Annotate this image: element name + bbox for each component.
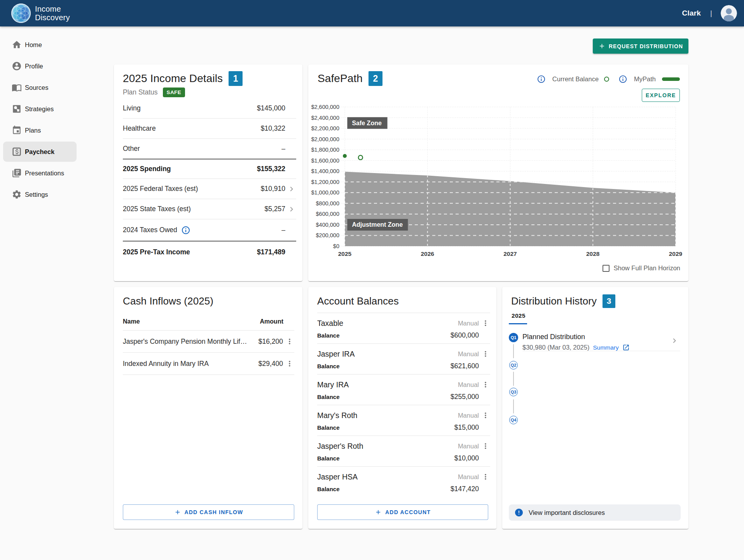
quarter-q4-badge: Q4	[509, 416, 518, 424]
summary-link[interactable]: Summary	[593, 344, 618, 351]
svg-text:$0: $0	[333, 243, 339, 249]
sidebar-item-settings[interactable]: Settings	[3, 184, 77, 205]
sidebar-item-paycheck[interactable]: Paycheck	[3, 142, 77, 162]
income-table: Living $145,000 Healthcare $10,322 Other…	[123, 98, 296, 262]
more-vert-icon	[285, 359, 294, 368]
account-block-jasper-hsa: Jasper HSA Manual Balance $147,420	[317, 467, 490, 497]
svg-text:$2,400,000: $2,400,000	[311, 115, 339, 121]
chevron-right-icon[interactable]	[287, 205, 296, 214]
sidebar-item-profile[interactable]: Profile	[3, 56, 77, 76]
more-options-button[interactable]	[285, 359, 294, 368]
sidebar-nav: Home Profile Sources Strategies Plans Pa…	[0, 26, 80, 206]
account-block-mary-ira: Mary IRA Manual Balance $255,000	[317, 374, 490, 405]
svg-text:2025: 2025	[338, 250, 352, 257]
svg-text:2028: 2028	[586, 250, 600, 257]
table-row-healthcare: Healthcare $10,322	[123, 119, 296, 139]
plans-calendar-icon	[12, 125, 22, 135]
safepath-card: SafePath 2 Current Balance MyPath EXPLOR…	[308, 65, 688, 281]
brand[interactable]: Income Discovery	[11, 3, 70, 23]
profile-icon	[12, 61, 22, 71]
show-full-plan-horizon-label: Show Full Plan Horizon	[614, 264, 681, 272]
quarter-q2-badge: Q2	[509, 361, 518, 369]
svg-text:$600,000: $600,000	[316, 211, 339, 217]
account-block-marys-roth: Mary's Roth Manual Balance $15,000	[317, 405, 490, 436]
presentations-icon	[12, 168, 22, 178]
plus-icon	[174, 509, 181, 516]
brand-name: Income Discovery	[35, 5, 70, 22]
user-name[interactable]: Clark	[682, 9, 701, 18]
timeline-connector	[513, 399, 514, 413]
svg-text:$1,000,000: $1,000,000	[311, 189, 339, 196]
sidebar-item-home[interactable]: Home	[3, 35, 77, 55]
cash-inflows-title: Cash Inflows (2025)	[123, 295, 213, 307]
more-options-button[interactable]	[481, 380, 490, 389]
view-disclosures-banner[interactable]: View important disclosures	[509, 504, 681, 521]
more-vert-icon	[481, 411, 490, 420]
table-row-2025-spending: 2025 Spending $155,322	[123, 159, 296, 179]
table-row-federal-taxes[interactable]: 2025 Federal Taxes (est) $10,910	[123, 179, 296, 199]
sidebar-item-sources[interactable]: Sources	[3, 77, 77, 98]
paycheck-dollar-icon	[12, 147, 22, 157]
chevron-right-icon[interactable]	[287, 184, 296, 194]
user-avatar[interactable]	[721, 5, 737, 21]
info-icon[interactable]	[181, 226, 190, 235]
svg-text:$800,000: $800,000	[316, 200, 339, 206]
cash-inflow-row: Indexed Annuity in Mary IRA $29,400	[123, 353, 294, 375]
plus-icon	[598, 42, 606, 50]
svg-text:$1,200,000: $1,200,000	[311, 179, 339, 185]
svg-text:2029: 2029	[669, 250, 683, 257]
sidebar-item-strategies[interactable]: Strategies	[3, 99, 77, 119]
more-vert-icon	[481, 472, 490, 481]
plan-status-badge: SAFE	[163, 88, 185, 97]
svg-text:$2,000,000: $2,000,000	[311, 136, 339, 142]
more-options-button[interactable]	[481, 411, 490, 420]
sidebar-item-plans[interactable]: Plans	[3, 120, 77, 140]
quarter-q3-badge: Q3	[509, 388, 518, 396]
svg-text:$1,400,000: $1,400,000	[311, 168, 339, 174]
home-icon	[12, 40, 22, 50]
svg-text:Safe Zone: Safe Zone	[352, 120, 382, 126]
more-options-button[interactable]	[285, 337, 294, 346]
table-row-pretax-income: 2025 Pre-Tax Income $171,489	[123, 241, 296, 262]
request-distribution-button[interactable]: REQUEST DISTRIBUTION	[593, 38, 688, 54]
more-options-button[interactable]	[481, 349, 490, 359]
svg-text:2027: 2027	[503, 250, 517, 257]
open-in-new-icon[interactable]	[622, 344, 630, 351]
table-row-other: Other –	[123, 139, 296, 159]
account-balances-card: Account Balances Taxable Manual Balance …	[308, 287, 496, 529]
strategies-icon	[12, 104, 22, 114]
more-options-button[interactable]	[481, 318, 490, 328]
income-discovery-logo-icon	[11, 3, 31, 23]
show-full-plan-horizon-checkbox[interactable]	[603, 265, 610, 272]
table-row-state-taxes[interactable]: 2025 State Taxes (est) $5,257	[123, 199, 296, 219]
income-details-title: 2025 Income Details	[123, 72, 223, 85]
cash-inflows-card: Cash Inflows (2025) Name Amount Jasper's…	[114, 287, 302, 529]
more-options-button[interactable]	[481, 441, 490, 451]
plus-icon	[375, 509, 382, 516]
account-block-jasper-ira: Jasper IRA Manual Balance $621,600	[317, 344, 490, 374]
nav-separator: |	[710, 9, 712, 18]
alert-circle-icon	[514, 508, 524, 517]
add-cash-inflow-button[interactable]: ADD CASH INFLOW	[123, 504, 294, 520]
planned-distribution-item[interactable]: Planned Distribution $30,980 (Mar 03, 20…	[522, 332, 680, 351]
chevron-right-icon[interactable]	[670, 336, 679, 345]
income-details-step-badge: 1	[229, 71, 243, 86]
cash-inflows-header: Name Amount	[123, 313, 294, 331]
svg-text:$1,600,000: $1,600,000	[311, 158, 339, 164]
add-account-button[interactable]: ADD ACCOUNT	[317, 504, 488, 520]
more-vert-icon	[481, 380, 490, 389]
account-block-taxable: Taxable Manual Balance $600,000	[317, 313, 490, 344]
svg-text:$1,800,000: $1,800,000	[311, 147, 339, 153]
svg-text:2026: 2026	[421, 250, 435, 257]
more-vert-icon	[285, 337, 294, 346]
more-vert-icon	[481, 442, 490, 450]
quarter-q1-badge: Q1	[509, 333, 518, 342]
sources-book-icon	[12, 82, 22, 93]
safepath-chart: Safe ZoneAdjustment Zone$0$200,000$400,0…	[308, 65, 688, 281]
quarter-timeline: Q1 Q2 Q3 Q4 Planned Distribution $30,980…	[511, 287, 680, 529]
timeline-connector	[513, 372, 514, 386]
sidebar-item-presentations[interactable]: Presentations	[3, 163, 77, 183]
more-options-button[interactable]	[481, 472, 490, 481]
svg-text:$2,200,000: $2,200,000	[311, 125, 339, 131]
cash-inflow-row: Jasper's Company Pension Monthly Lif… $1…	[123, 331, 294, 353]
